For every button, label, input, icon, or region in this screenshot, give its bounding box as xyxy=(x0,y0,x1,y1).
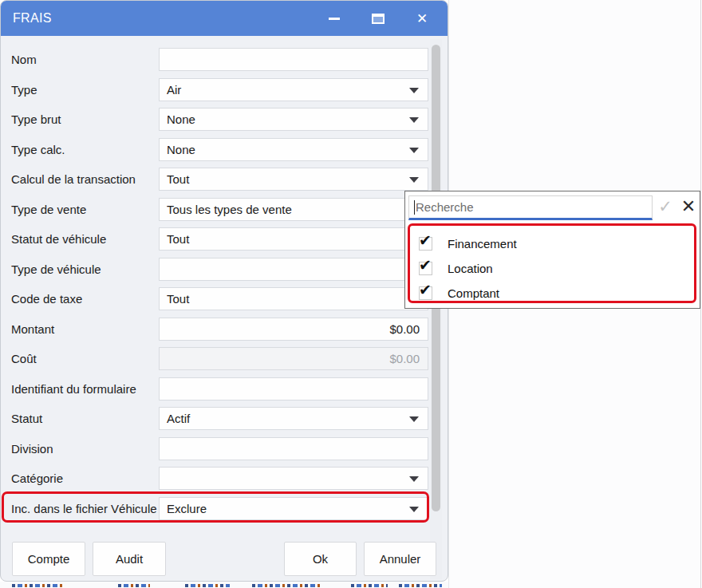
dropdown-type-brut[interactable]: None xyxy=(159,108,428,131)
option-location[interactable]: ✔Location xyxy=(410,256,694,281)
form-row-identifiant-du-formulaire: Identifiant du formulaire xyxy=(1,377,429,401)
chevron-down-icon xyxy=(409,416,419,422)
search-box xyxy=(408,195,653,220)
chevron-down-icon xyxy=(409,148,419,153)
window-fragment xyxy=(252,584,322,587)
field-value: Actif xyxy=(160,412,428,425)
form-row-division: Division xyxy=(1,437,429,460)
maximize-button[interactable] xyxy=(360,1,396,36)
close-button[interactable]: ✕ xyxy=(404,1,440,36)
window-title: FRAIS xyxy=(1,11,52,26)
form-row-calcul-de-la-transaction: Calcul de la transactionTout xyxy=(1,168,429,191)
field-value: Tout xyxy=(160,172,428,186)
dropdown-code-de-taxe[interactable]: Tout xyxy=(159,287,428,310)
dropdown-statut-de-vehicule[interactable]: Tout xyxy=(159,227,428,251)
field-value: Tous les types de vente xyxy=(160,203,428,216)
form-row-type: TypeAir xyxy=(1,78,429,101)
field-value: None xyxy=(160,112,428,126)
field-label-type-de-vehicule: Type de véhicule xyxy=(11,258,101,281)
field-label-type-brut: Type brut xyxy=(11,108,61,131)
field-label-type: Type xyxy=(11,78,37,101)
dropdown-type-de-vente[interactable]: Tous les types de vente xyxy=(159,198,428,221)
underlying-window-strip xyxy=(0,582,448,588)
option-label: Comptant xyxy=(448,286,499,300)
field-label-identifiant-du-formulaire: Identifiant du formulaire xyxy=(11,377,136,401)
confirm-check-icon[interactable]: ✓ xyxy=(655,195,676,219)
form-row-type-calc: Type calc.None xyxy=(1,138,429,161)
dropdown-categorie[interactable] xyxy=(159,467,428,490)
field-label-statut: Statut xyxy=(11,407,42,430)
audit-button[interactable]: Audit xyxy=(93,542,166,576)
chevron-down-icon xyxy=(409,88,419,93)
input-cout[interactable]: $0.00 xyxy=(159,347,428,370)
form-row-categorie: Catégorie xyxy=(1,467,429,490)
option-label: Location xyxy=(448,262,493,275)
field-value: Exclure xyxy=(160,502,428,515)
input-nom[interactable] xyxy=(159,48,428,71)
compte-button[interactable]: Compte xyxy=(12,542,85,576)
chevron-down-icon xyxy=(409,507,419,512)
form-row-statut-de-vehicule: Statut de véhiculeTout xyxy=(1,227,429,251)
chevron-down-icon xyxy=(409,177,419,183)
window-fragment xyxy=(185,584,230,587)
dropdown-inc-dans-le-fichier-vehicule[interactable]: Exclure xyxy=(159,497,428,520)
form-row-montant: Montant$0.00 xyxy=(1,318,429,341)
field-label-cout: Coût xyxy=(11,347,37,370)
frais-dialog: FRAIS ✕ NomTypeAirType brutNoneType calc… xyxy=(0,0,448,582)
input-type-de-vehicule[interactable] xyxy=(159,258,428,281)
maximize-icon xyxy=(372,14,385,24)
field-label-type-de-vente: Type de vente xyxy=(11,198,86,221)
search-input[interactable] xyxy=(409,196,652,218)
form-row-type-de-vehicule: Type de véhicule xyxy=(1,258,429,281)
checkbox-checked[interactable]: ✔ xyxy=(419,237,432,251)
multi-select-popup: ✓ ✕ ✔Financement✔Location✔Comptant xyxy=(404,191,700,309)
option-comptant[interactable]: ✔Comptant xyxy=(410,281,694,306)
field-value: $0.00 xyxy=(160,352,428,365)
checkbox-checked[interactable]: ✔ xyxy=(419,286,432,300)
window-fragment xyxy=(351,584,388,587)
form-row-cout: Coût$0.00 xyxy=(1,347,429,370)
popup-close-icon[interactable]: ✕ xyxy=(677,195,700,219)
checkbox-checked[interactable]: ✔ xyxy=(419,262,432,275)
field-value: Tout xyxy=(160,292,428,306)
window-fragment xyxy=(399,584,442,587)
dropdown-statut[interactable]: Actif xyxy=(159,407,428,430)
check-icon: ✔ xyxy=(419,233,432,248)
input-division[interactable] xyxy=(159,437,428,460)
window-fragment xyxy=(118,584,150,587)
minimize-button[interactable] xyxy=(316,1,353,36)
form-row-type-brut: Type brutNone xyxy=(1,108,429,131)
form-row-nom: Nom xyxy=(1,48,429,71)
text-cursor xyxy=(414,200,415,215)
field-label-nom: Nom xyxy=(11,48,37,71)
form-row-statut: StatutActif xyxy=(1,407,429,430)
dropdown-type-calc[interactable]: None xyxy=(159,138,428,161)
option-financement[interactable]: ✔Financement xyxy=(410,231,694,256)
scrollbar[interactable] xyxy=(430,39,442,579)
ok-button[interactable]: Ok xyxy=(284,542,357,576)
form-row-code-de-taxe: Code de taxeTout xyxy=(1,287,429,310)
form-row-type-de-vente: Type de venteTous les types de vente xyxy=(1,198,429,221)
field-label-categorie: Catégorie xyxy=(11,467,63,490)
field-label-montant: Montant xyxy=(11,318,54,341)
form-row-inc-dans-le-fichier-vehicule: Inc. dans le fichier VéhiculeExclure xyxy=(1,497,429,520)
field-label-calcul-de-la-transaction: Calcul de la transaction xyxy=(11,168,136,191)
field-value: Tout xyxy=(160,232,428,246)
field-label-code-de-taxe: Code de taxe xyxy=(11,287,82,310)
dropdown-calcul-de-la-transaction[interactable]: Tout xyxy=(159,168,428,191)
annuler-button[interactable]: Annuler xyxy=(364,542,436,576)
input-identifiant-du-formulaire[interactable] xyxy=(159,377,428,401)
field-value: $0.00 xyxy=(160,322,428,336)
field-label-type-calc: Type calc. xyxy=(11,138,65,161)
check-icon: ✔ xyxy=(419,282,432,298)
dropdown-type[interactable]: Air xyxy=(159,78,428,101)
chevron-down-icon xyxy=(409,117,419,123)
field-label-inc-dans-le-fichier-vehicule: Inc. dans le fichier Véhicule xyxy=(11,497,157,520)
field-label-statut-de-vehicule: Statut de véhicule xyxy=(11,227,106,251)
field-label-division: Division xyxy=(11,437,53,460)
option-label: Financement xyxy=(448,237,517,251)
input-montant[interactable]: $0.00 xyxy=(159,318,428,341)
check-icon: ✔ xyxy=(419,258,432,273)
field-value: None xyxy=(160,143,428,156)
window-fragment xyxy=(12,584,65,587)
